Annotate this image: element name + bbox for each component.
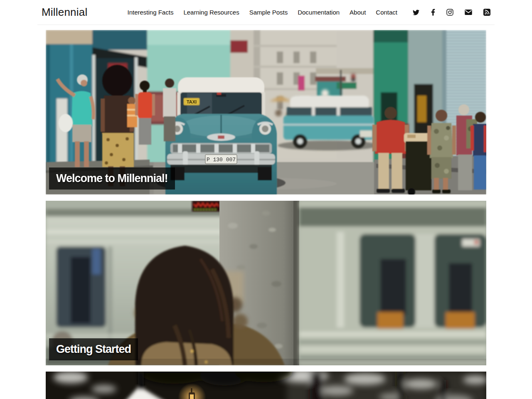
site-title[interactable]: Millennial [42,6,87,19]
twitter-icon [412,9,420,16]
post-card-getting-started[interactable]: Getting Started [46,201,486,365]
nav-item-interesting-facts[interactable]: Interesting Facts [128,9,174,16]
nav-item-about[interactable]: About [350,9,366,16]
led-destination-sign [192,201,220,212]
post-card-welcome[interactable]: TAXI P 130 007 [46,30,486,195]
second-classic-car [278,96,379,150]
facebook-icon [431,9,435,16]
post-card-snow-tent[interactable] [46,372,486,399]
instagram-icon [446,9,453,16]
social-links [401,9,490,16]
right-train [299,201,486,365]
post-title-overlay[interactable]: Getting Started [49,338,138,360]
license-plate-text: P 130 007 [207,157,236,163]
nav-item-contact[interactable]: Contact [376,9,397,16]
rss-link[interactable] [483,9,490,16]
post-title-overlay[interactable]: Welcome to Millennial! [49,167,175,190]
instagram-link[interactable] [446,9,453,16]
twitter-link[interactable] [412,9,420,16]
taxi-sign-text: TAXI [187,99,197,104]
email-link[interactable] [465,9,472,15]
nav-item-documentation[interactable]: Documentation [298,9,340,16]
main-nav: Interesting Facts Learning Resources Sam… [118,9,491,16]
rss-icon [483,9,490,16]
envelope-icon [465,9,472,15]
hero-image-snow-tent[interactable] [46,372,486,399]
facebook-link[interactable] [431,9,435,16]
site-header: Millennial Interesting Facts Learning Re… [37,0,495,25]
post-feed: TAXI P 130 007 [46,25,486,399]
nav-item-learning-resources[interactable]: Learning Resources [183,9,239,16]
nav-item-sample-posts[interactable]: Sample Posts [249,9,288,16]
